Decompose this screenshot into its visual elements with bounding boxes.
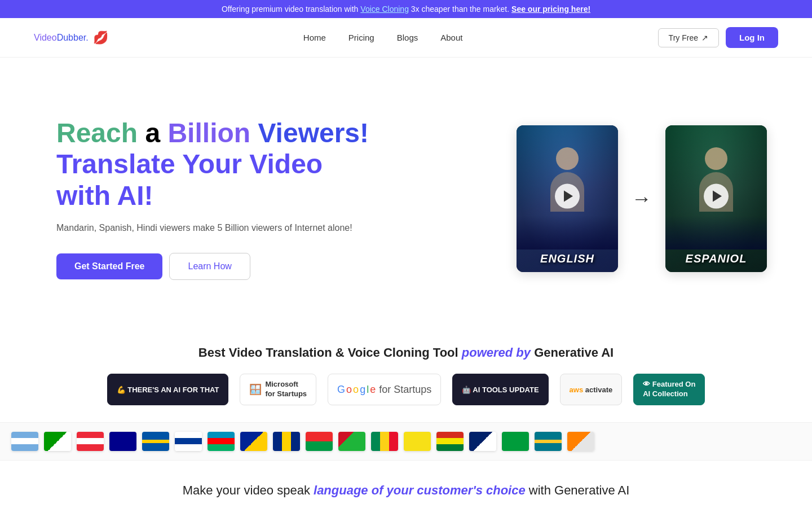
get-started-button[interactable]: Get Started Free xyxy=(56,253,162,279)
person-head-2 xyxy=(705,147,727,170)
flag-brazil xyxy=(502,432,529,451)
header-actions: Try Free ↗ Log In xyxy=(658,27,778,48)
play-triangle-icon-2 xyxy=(713,191,722,202)
voice-cloning-link[interactable]: Voice Cloning xyxy=(360,5,409,14)
play-button-espanol[interactable] xyxy=(704,184,729,209)
flag-brunei xyxy=(404,432,431,451)
espanol-video-card[interactable]: ESPANIOL xyxy=(665,125,767,272)
flag-faroe xyxy=(175,432,202,451)
learn-how-button[interactable]: Learn How xyxy=(169,253,250,280)
flag-bhutan xyxy=(567,432,594,451)
banner-text-middle: 3x cheaper than the market. xyxy=(411,5,511,14)
ai-collection-logo: 👁 Featured OnAI Collection xyxy=(633,374,705,405)
flag-aland xyxy=(142,432,169,451)
flag-bonaire xyxy=(469,432,496,451)
english-label: ENGLISH xyxy=(517,252,618,265)
ai-tools-update-logo: 🤖 AI TOOLS UPDATE xyxy=(452,374,548,405)
nav-about[interactable]: About xyxy=(440,33,462,42)
hero-translate-text: Translate Your Video with AI! xyxy=(56,149,323,210)
logo-dot: . xyxy=(86,33,88,42)
espanol-video-bg: ESPANIOL xyxy=(665,125,767,272)
logo-lip-icon: 💋 xyxy=(93,30,108,45)
hero-section: Reach a Billion Viewers! Translate Your … xyxy=(0,58,812,329)
aws-activate-logo: aws activate xyxy=(560,374,623,405)
hero-viewers-text: Viewers! xyxy=(250,118,369,148)
play-button-english[interactable] xyxy=(555,184,580,209)
flag-bosnia xyxy=(240,432,267,451)
main-nav: Home Pricing Blogs About xyxy=(303,33,463,42)
nav-blogs[interactable]: Blogs xyxy=(397,33,418,42)
external-link-icon: ↗ xyxy=(701,33,708,42)
logo-video: Video xyxy=(34,33,57,42)
header: VideoDubber. 💋 Home Pricing Blogs About … xyxy=(0,18,812,58)
hero-reach-text: Reach xyxy=(56,118,138,148)
flag-abkhazia xyxy=(44,432,71,451)
translation-arrow-icon: → xyxy=(632,187,652,211)
play-triangle-icon xyxy=(564,191,573,202)
flag-argentina xyxy=(11,432,38,451)
flags-strip xyxy=(0,422,812,461)
english-video-card[interactable]: ENGLISH xyxy=(517,125,618,272)
flag-benin xyxy=(371,432,398,451)
hero-billion-text: Billion xyxy=(167,118,250,148)
flag-australia xyxy=(109,432,136,451)
microsoft-startups-logo: 🪟 Microsoftfor Startups xyxy=(240,374,316,405)
theres-ai-logo: 💪 THERE'S AN AI FOR THAT xyxy=(107,374,229,405)
nav-pricing[interactable]: Pricing xyxy=(348,33,374,42)
logo-dubber: Dubber xyxy=(57,33,86,42)
try-free-button[interactable]: Try Free ↗ xyxy=(658,28,719,47)
hero-title: Reach a Billion Viewers! Translate Your … xyxy=(56,117,372,211)
person-head xyxy=(556,147,579,170)
microsoft-icon: 🪟 xyxy=(249,383,262,396)
flag-bahamas xyxy=(535,432,562,451)
crowd-bg xyxy=(517,216,618,249)
featured-section: Best Video Translation & Voice Cloning T… xyxy=(0,329,812,422)
logo[interactable]: VideoDubber. 💋 xyxy=(34,30,108,45)
partner-logos: 💪 THERE'S AN AI FOR THAT 🪟 Microsoftfor … xyxy=(34,374,778,405)
language-title: Make your video speak language of your c… xyxy=(0,483,812,498)
google-startups-logo: Google for Startups xyxy=(328,374,441,405)
flag-azerbaijan xyxy=(208,432,235,451)
flag-barbados xyxy=(273,432,300,451)
hero-video-demo: ENGLISH → ESPANIOL xyxy=(517,125,767,272)
hero-subtitle: Mandarin, Spanish, Hindi viewers make 5 … xyxy=(56,221,372,235)
flag-bolivia xyxy=(436,432,464,451)
nav-home[interactable]: Home xyxy=(303,33,326,42)
english-video-bg: ENGLISH xyxy=(517,125,618,272)
banner-text-before: Offering premium video translation with xyxy=(222,5,360,14)
crowd-bg-2 xyxy=(665,216,767,249)
hero-buttons: Get Started Free Learn How xyxy=(56,253,372,280)
flag-burkina-faso xyxy=(306,432,333,451)
espanol-label: ESPANIOL xyxy=(665,252,767,265)
login-button[interactable]: Log In xyxy=(726,27,778,48)
logo-text: VideoDubber. xyxy=(34,33,89,43)
language-section: Make your video speak language of your c… xyxy=(0,461,812,508)
flag-burundi xyxy=(338,432,365,451)
featured-title: Best Video Translation & Voice Cloning T… xyxy=(34,345,778,360)
announcement-banner: Offering premium video translation with … xyxy=(0,0,812,18)
flag-austria xyxy=(77,432,104,451)
hero-content: Reach a Billion Viewers! Translate Your … xyxy=(56,117,372,280)
pricing-link[interactable]: See our pricing here! xyxy=(511,5,590,14)
